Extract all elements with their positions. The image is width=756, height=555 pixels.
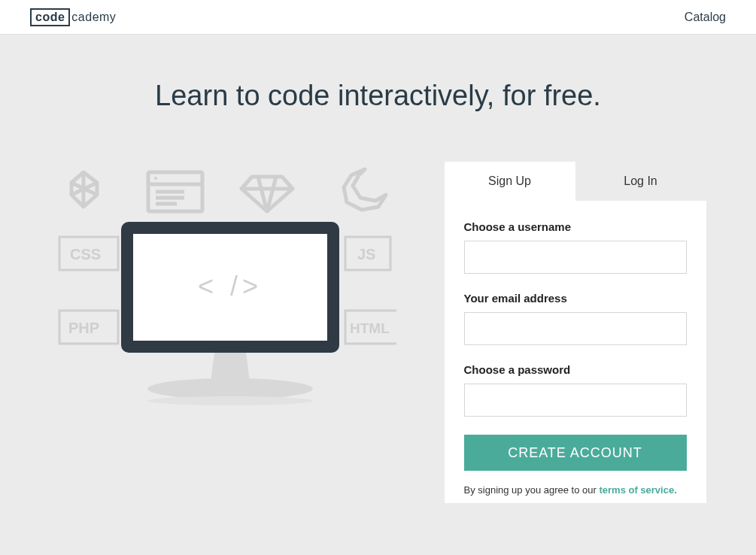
js-badge: JS bbox=[345, 237, 390, 270]
tab-signup[interactable]: Sign Up bbox=[445, 162, 575, 201]
tab-login[interactable]: Log In bbox=[575, 162, 706, 201]
browser-icon bbox=[148, 172, 202, 211]
svg-point-16 bbox=[147, 378, 313, 399]
illustration-svg: CSS PHP JS HTML bbox=[50, 162, 396, 417]
svg-text:HTML: HTML bbox=[350, 320, 390, 336]
svg-text:PHP: PHP bbox=[68, 320, 99, 336]
auth-tabs: Sign Up Log In bbox=[445, 162, 706, 201]
terms-of-service-link[interactable]: terms of service. bbox=[599, 484, 676, 496]
svg-point-2 bbox=[154, 177, 157, 180]
password-field[interactable] bbox=[464, 384, 687, 417]
logo-suffix: cademy bbox=[71, 11, 116, 24]
header: code cademy Catalog bbox=[0, 0, 756, 35]
password-label: Choose a password bbox=[464, 363, 687, 376]
username-label: Choose a username bbox=[464, 220, 687, 233]
create-account-button[interactable]: CREATE ACCOUNT bbox=[464, 435, 687, 471]
email-label: Your email address bbox=[464, 292, 687, 305]
username-field[interactable] bbox=[464, 241, 687, 274]
brand-logo[interactable]: code cademy bbox=[30, 8, 116, 26]
signup-form: Choose a username Your email address Cho… bbox=[445, 201, 706, 503]
python-icon bbox=[71, 172, 97, 207]
hero-illustration: CSS PHP JS HTML bbox=[50, 162, 396, 417]
content-columns: CSS PHP JS HTML bbox=[0, 162, 756, 503]
auth-card: Sign Up Log In Choose a username Your em… bbox=[445, 162, 706, 503]
crescent-icon bbox=[344, 169, 386, 210]
hero-section: Learn to code interactively, for free. bbox=[0, 35, 756, 555]
ruby-icon bbox=[241, 177, 293, 211]
php-badge: PHP bbox=[59, 311, 118, 344]
monitor-icon: < /> bbox=[121, 222, 339, 405]
svg-text:CSS: CSS bbox=[70, 246, 101, 262]
css-badge: CSS bbox=[59, 237, 118, 270]
svg-text:JS: JS bbox=[357, 246, 375, 262]
nav-catalog-link[interactable]: Catalog bbox=[685, 11, 726, 24]
html-badge: HTML bbox=[345, 311, 396, 344]
logo-prefix: code bbox=[30, 8, 70, 26]
consent-prefix: By signing up you agree to our bbox=[464, 484, 600, 496]
email-field[interactable] bbox=[464, 312, 687, 345]
svg-point-17 bbox=[147, 396, 313, 405]
monitor-screen-text: < /> bbox=[197, 271, 262, 302]
page-headline: Learn to code interactively, for free. bbox=[0, 80, 756, 112]
consent-text: By signing up you agree to our terms of … bbox=[464, 484, 687, 496]
